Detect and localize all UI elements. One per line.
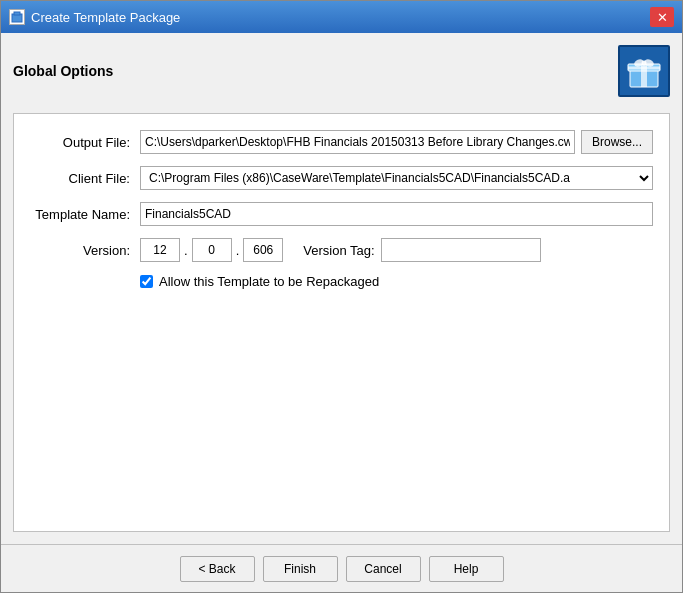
version-major-input[interactable] xyxy=(140,238,180,262)
repackage-checkbox[interactable] xyxy=(140,275,153,288)
form-area: Output File: Browse... Client File: C:\P… xyxy=(13,113,670,532)
package-icon xyxy=(618,45,670,97)
version-label: Version: xyxy=(30,243,140,258)
finish-button[interactable]: Finish xyxy=(263,556,338,582)
window-title: Create Template Package xyxy=(31,10,180,25)
content-area: Global Options xyxy=(1,33,682,544)
client-file-label: Client File: xyxy=(30,171,140,186)
main-window: Create Template Package ✕ Global Options xyxy=(0,0,683,593)
output-file-row: Output File: Browse... xyxy=(30,130,653,154)
template-name-input[interactable] xyxy=(140,202,653,226)
section-title: Global Options xyxy=(13,63,113,79)
version-inputs: . . xyxy=(140,238,283,262)
version-tag-label: Version Tag: xyxy=(303,243,374,258)
browse-button[interactable]: Browse... xyxy=(581,130,653,154)
back-button[interactable]: < Back xyxy=(180,556,255,582)
svg-rect-1 xyxy=(14,12,20,15)
title-bar-left: Create Template Package xyxy=(9,9,180,25)
version-dot-1: . xyxy=(184,243,188,258)
svg-rect-5 xyxy=(628,67,660,70)
template-name-row: Template Name: xyxy=(30,202,653,226)
cancel-button[interactable]: Cancel xyxy=(346,556,421,582)
client-file-row: Client File: C:\Program Files (x86)\Case… xyxy=(30,166,653,190)
template-name-label: Template Name: xyxy=(30,207,140,222)
output-file-label: Output File: xyxy=(30,135,140,150)
svg-point-8 xyxy=(642,61,647,66)
version-tag-input[interactable] xyxy=(381,238,541,262)
button-bar: < Back Finish Cancel Help xyxy=(1,544,682,592)
close-button[interactable]: ✕ xyxy=(650,7,674,27)
section-header: Global Options xyxy=(13,45,670,97)
help-button[interactable]: Help xyxy=(429,556,504,582)
client-file-select[interactable]: C:\Program Files (x86)\CaseWare\Template… xyxy=(140,166,653,190)
app-icon xyxy=(9,9,25,25)
version-patch-input[interactable] xyxy=(243,238,283,262)
version-minor-input[interactable] xyxy=(192,238,232,262)
repackage-label: Allow this Template to be Repackaged xyxy=(159,274,379,289)
version-row: Version: . . Version Tag: xyxy=(30,238,653,262)
title-bar: Create Template Package ✕ xyxy=(1,1,682,33)
output-file-input[interactable] xyxy=(140,130,575,154)
checkbox-row: Allow this Template to be Repackaged xyxy=(140,274,653,289)
version-dot-2: . xyxy=(236,243,240,258)
